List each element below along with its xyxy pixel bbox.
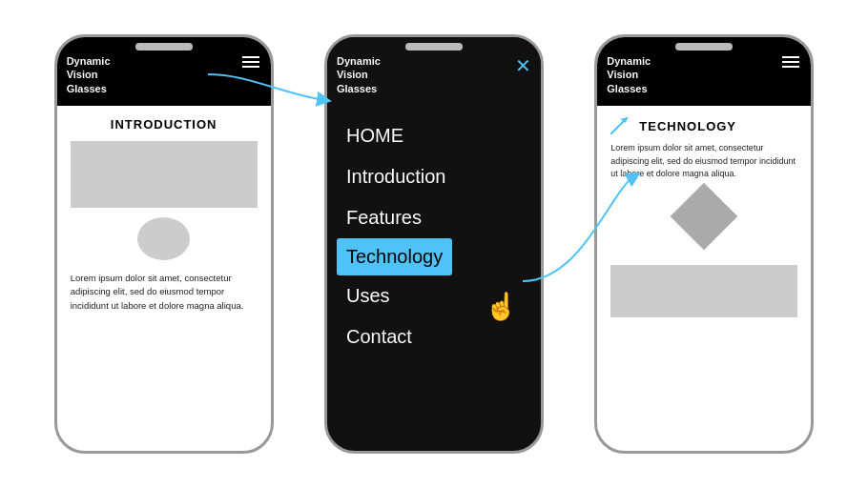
- phone-left-brand: Dynamic Vision Glasses: [67, 54, 111, 95]
- menu-content: HOME Introduction Features Technology Us…: [327, 106, 541, 367]
- menu-item-introduction[interactable]: Introduction: [346, 156, 522, 197]
- phone-middle-brand: Dynamic Vision Glasses: [337, 54, 381, 95]
- hamburger-icon-left[interactable]: [240, 54, 261, 70]
- scene: Dynamic Vision Glasses INTRODUCTION Lore…: [0, 0, 868, 488]
- menu-item-features[interactable]: Features: [346, 197, 522, 238]
- phone-left-content: INTRODUCTION Lorem ipsum dolor sit amet,…: [57, 106, 271, 324]
- image-placeholder-left-top: [71, 141, 258, 208]
- image-placeholder-left-circle: [137, 217, 190, 260]
- body-text-left: Lorem ipsum dolor sit amet, consectetur …: [71, 272, 258, 313]
- phone-right-brand: Dynamic Vision Glasses: [607, 54, 651, 95]
- arrow-right-page: [610, 117, 633, 134]
- phone-middle: Dynamic Vision Glasses ✕ HOME Introducti…: [324, 34, 544, 454]
- page-title-left: INTRODUCTION: [71, 117, 258, 132]
- phone-right: Dynamic Vision Glasses TECHNOLOGY Lorem …: [594, 34, 814, 454]
- phone-left: Dynamic Vision Glasses INTRODUCTION Lore…: [54, 34, 274, 454]
- phone-left-header: Dynamic Vision Glasses: [57, 37, 271, 106]
- diamond-placeholder: [671, 182, 738, 250]
- phone-right-header: Dynamic Vision Glasses: [597, 37, 811, 106]
- close-icon-middle[interactable]: ✕: [515, 54, 531, 77]
- menu-item-home[interactable]: HOME: [346, 115, 522, 156]
- phone-right-content: TECHNOLOGY Lorem ipsum dolor sit amet, c…: [597, 106, 811, 329]
- hamburger-icon-right[interactable]: [780, 54, 801, 70]
- menu-item-contact[interactable]: Contact: [346, 316, 522, 357]
- menu-item-uses[interactable]: Uses: [346, 275, 522, 316]
- image-placeholder-right-bottom: [610, 265, 797, 317]
- phone-middle-header: Dynamic Vision Glasses ✕: [327, 37, 541, 106]
- tech-description: Lorem ipsum dolor sit amet, consectetur …: [610, 142, 797, 181]
- page-title-right: TECHNOLOGY: [639, 119, 736, 133]
- menu-item-technology[interactable]: Technology: [337, 238, 452, 275]
